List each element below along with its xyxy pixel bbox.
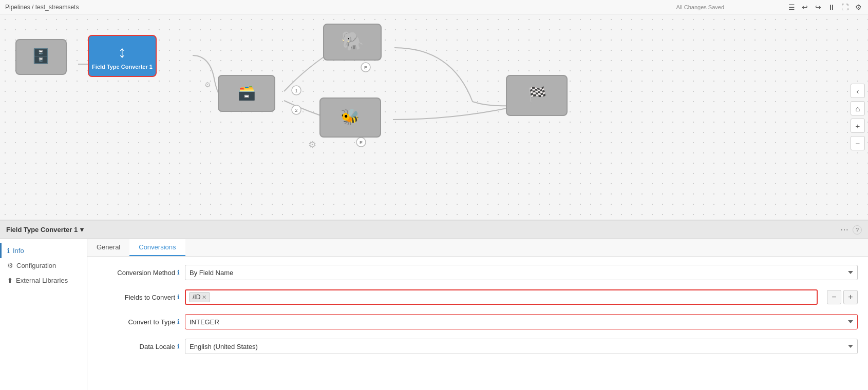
panel-more-icon[interactable]: ⋯ (840, 225, 848, 235)
configuration-icon: ⚙ (7, 262, 13, 269)
data-locale-label: Data Locale ℹ (98, 343, 180, 350)
svg-text:⚙: ⚙ (204, 81, 211, 89)
home-btn[interactable]: ⌂ (851, 101, 865, 115)
panel-header: Field Type Converter 1 ▾ ⋯ ? (0, 221, 868, 239)
tag-close-btn[interactable]: ✕ (202, 294, 206, 301)
node-oracle-table[interactable]: 🗄️ oracle_table (26, 39, 56, 45)
panel-help-icon[interactable]: ? (853, 225, 862, 235)
undo-icon[interactable]: ↩ (800, 3, 809, 12)
conversion-method-row: Conversion Method ℹ By Field NameBy Data… (98, 265, 858, 280)
panel-tabs: General Conversions (87, 239, 868, 257)
bottom-panel: Field Type Converter 1 ▾ ⋯ ? ℹ Info ⚙ Co… (0, 220, 868, 390)
conversion-method-label-text: Conversion Method (117, 269, 175, 277)
zoom-out-btn[interactable]: − (851, 136, 865, 150)
svg-text:⚙: ⚙ (308, 140, 316, 150)
hive-metadata-icon: 🗃️ (238, 84, 256, 101)
menu-icon[interactable]: ☰ (787, 3, 796, 12)
collapse-panel-btn[interactable]: ‹ (851, 84, 865, 98)
panel-form: Conversion Method ℹ By Field NameBy Data… (87, 257, 868, 390)
redo-icon[interactable]: ↪ (814, 3, 823, 12)
fields-to-convert-label-text: Fields to Convert (125, 294, 175, 301)
sidebar-label-external-libraries: External Libraries (16, 277, 68, 284)
breadcrumb-pipelines[interactable]: Pipelines (5, 4, 30, 11)
sidebar-label-configuration: Configuration (16, 262, 56, 269)
field-converter-label-inner: Field Type Converter 1 (90, 64, 155, 70)
node-pipeline-finisher[interactable]: 🏁 Pipeline Finisher Executor 1 (508, 75, 565, 87)
panel-content: General Conversions Conversion Method ℹ … (87, 239, 868, 390)
svg-point-3 (292, 105, 301, 114)
data-locale-info-icon[interactable]: ℹ (177, 343, 180, 350)
remove-field-btn[interactable]: − (827, 290, 841, 304)
svg-text:E: E (360, 140, 363, 145)
pipeline-finisher-icon: 🏁 (527, 86, 546, 104)
panel-title-text: Field Type Converter 1 (6, 226, 78, 233)
convert-to-type-label-text: Convert to Type (128, 318, 175, 326)
panel-sidebar: ℹ Info ⚙ Configuration ⬆ External Librar… (0, 239, 87, 390)
data-locale-label-text: Data Locale (140, 343, 175, 350)
fields-to-convert-row: Fields to Convert ℹ /ID ✕ − + (98, 289, 858, 305)
node-hive-metastore[interactable]: 🐝 Hive Metastore 1 (329, 98, 371, 104)
svg-text:2: 2 (295, 108, 297, 113)
oracle-table-icon: 🗄️ (32, 48, 50, 65)
sidebar-label-info: Info (13, 247, 24, 255)
svg-text:1: 1 (295, 88, 297, 93)
fields-actions: − + (827, 290, 858, 304)
data-locale-row: Data Locale ℹ English (United States)Fre… (98, 339, 858, 354)
zoom-in-btn[interactable]: + (851, 119, 865, 133)
convert-to-type-select[interactable]: INTEGERSTRINGBOOLEANDOUBLEFLOATLONGDATE (185, 314, 858, 329)
svg-point-1 (292, 86, 301, 95)
info-icon: ℹ (7, 247, 10, 255)
tab-conversions[interactable]: Conversions (129, 239, 185, 256)
save-status: All Changes Saved (676, 4, 724, 10)
breadcrumb-sep: / (32, 4, 35, 11)
conversion-method-info-icon[interactable]: ℹ (177, 269, 180, 276)
fields-to-convert-info-icon[interactable]: ℹ (177, 294, 180, 301)
pause-icon[interactable]: ⏸ (827, 3, 836, 12)
fullscreen-icon[interactable]: ⛶ (840, 3, 850, 12)
hadoop-icon: 🐘 (341, 30, 364, 52)
canvas-controls: ‹ ⌂ + − (847, 14, 868, 220)
field-tag: /ID ✕ (189, 292, 210, 302)
tab-general[interactable]: General (87, 239, 129, 256)
hive-metastore-icon: 🐝 (341, 108, 360, 126)
external-libraries-icon: ⬆ (7, 277, 13, 284)
convert-to-type-info-icon[interactable]: ℹ (177, 318, 180, 325)
conversion-method-select[interactable]: By Field NameBy Data Type (185, 265, 858, 280)
breadcrumb: Pipelines / test_streamsets (5, 4, 79, 11)
toolbar-icons: ☰ ↩ ↪ ⏸ ⛶ ⚙ (787, 3, 863, 12)
field-converter-icon: ↕ (118, 43, 126, 62)
convert-to-type-row: Convert to Type ℹ INTEGERSTRINGBOOLEANDO… (98, 314, 858, 329)
topbar: Pipelines / test_streamsets All Changes … (0, 0, 868, 14)
panel-actions: ⋯ ? (840, 225, 862, 235)
panel-title: Field Type Converter 1 ▾ (6, 226, 84, 233)
sidebar-item-configuration[interactable]: ⚙ Configuration (0, 258, 87, 273)
convert-to-type-label: Convert to Type ℹ (98, 318, 180, 326)
fields-to-convert-input[interactable]: /ID ✕ (185, 289, 818, 305)
svg-point-5 (361, 63, 370, 72)
sidebar-item-info[interactable]: ℹ Info (0, 243, 87, 258)
sidebar-item-external-libraries[interactable]: ⬆ External Libraries (0, 273, 87, 288)
tag-text: /ID (193, 294, 200, 301)
settings-icon[interactable]: ⚙ (854, 3, 863, 12)
node-hadoop-fs[interactable]: 🐘 Hadoop FS 1 (336, 24, 369, 30)
conversion-method-label: Conversion Method ℹ (98, 269, 180, 277)
panel-body: ℹ Info ⚙ Configuration ⬆ External Librar… (0, 239, 868, 390)
fields-to-convert-label: Fields to Convert ℹ (98, 294, 180, 301)
breadcrumb-pipeline: test_streamsets (35, 4, 79, 11)
svg-text:E: E (364, 65, 367, 70)
pipeline-canvas[interactable]: 1 2 E E ⚙ ⚙ 🗄️ oracle_table ↕ Field Type… (0, 14, 868, 220)
data-locale-select[interactable]: English (United States)French (France)Ge… (185, 339, 858, 354)
add-field-btn[interactable]: + (843, 290, 858, 304)
node-hive-metadata[interactable]: 🗃️ Hive Metadata 1 (226, 75, 267, 81)
svg-point-7 (356, 138, 366, 147)
panel-title-dropdown[interactable]: ▾ (80, 226, 84, 233)
